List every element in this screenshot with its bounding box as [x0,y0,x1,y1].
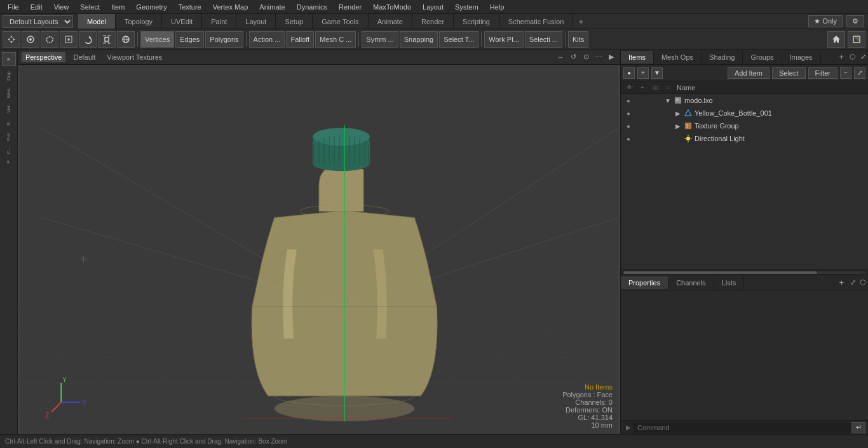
viewport-tab-default[interactable]: Default [69,52,99,62]
viewport-canvas[interactable]: X Y Z No Items Polygons : Face Channels:… [18,65,620,434]
prop-tab-channels[interactable]: Channels [668,276,714,289]
add-item-button[interactable]: Add Item [728,67,770,79]
items-tab-shading[interactable]: Shading [702,51,743,64]
menu-view[interactable]: View [49,2,74,12]
command-input[interactable] [634,423,851,433]
layout-tab-scripting[interactable]: Scripting [454,14,499,29]
menu-dynamics[interactable]: Dynamics [292,2,332,12]
layout-tab-plus[interactable]: + [573,14,588,29]
items-tab-expand[interactable]: ⬡ [848,50,858,65]
layout-tab-setup[interactable]: Setup [276,14,313,29]
menu-geometry[interactable]: Geometry [131,2,172,12]
layout-star-button[interactable]: ★ Only [808,15,843,27]
tree-vis-tex-2[interactable] [634,121,644,131]
layout-tab-layout[interactable]: Layout [236,14,276,29]
menu-animate[interactable]: Animate [254,2,290,12]
tree-vis-tex-4[interactable] [654,121,664,131]
items-expand-col[interactable]: ⤢ [854,67,865,79]
items-minus-icon[interactable]: − [840,67,851,79]
prop-panel-expand[interactable]: ⤢ [848,275,858,290]
prop-tab-properties[interactable]: Properties [621,276,668,289]
tree-vis-light-2[interactable] [634,133,644,144]
tool-workplane[interactable]: Work Pl... [484,31,523,48]
tree-item-texture[interactable]: ● ▶ T Texture Group [621,119,868,132]
select-button[interactable]: Select [772,67,806,79]
tool-falloff[interactable]: Falloff [286,31,314,48]
tool-mesh[interactable]: Mesh C ... [315,31,356,48]
viewport-icon-arrows[interactable]: ↔ [555,52,566,62]
tree-vis-bottle-2[interactable] [634,108,644,118]
items-panel-resize[interactable]: ⤢ [858,50,868,65]
layout-tab-model[interactable]: Model [78,14,116,29]
tool-edges[interactable]: Edges [175,31,204,48]
tree-vis-tex-1[interactable]: ● [623,121,634,131]
command-execute-button[interactable]: ↵ [851,422,865,433]
menu-layout[interactable]: Layout [417,2,449,12]
layout-tab-uvedit[interactable]: UVEdit [162,14,202,29]
tree-vis-light-4[interactable] [654,133,664,144]
viewport-tab-textures[interactable]: Viewport Textures [103,52,166,62]
menu-maxtomodo[interactable]: MaxToModo [368,2,416,12]
sidebar-toggle[interactable]: ≡ [2,52,16,66]
layout-tab-paint[interactable]: Paint [202,14,236,29]
tree-vis-light-1[interactable]: ● [623,133,634,144]
prop-tab-lists[interactable]: Lists [714,276,745,289]
viewport-tab-perspective[interactable]: Perspective [22,52,65,62]
tool-vertices[interactable]: Vertices [140,31,174,48]
items-add-icon[interactable]: + [637,67,649,79]
layout-tab-gametools[interactable]: Game Tools [313,14,369,29]
items-filter-icon[interactable]: ▼ [651,67,663,79]
tool-lasso[interactable] [41,31,58,48]
tool-scale[interactable] [98,31,116,48]
viewport-icon-center[interactable]: ⊙ [581,52,591,62]
tree-vis-bottle-4[interactable] [654,108,664,118]
tool-select-circle[interactable] [22,31,39,48]
layout-tab-topology[interactable]: Topology [116,14,162,29]
tool-rotate[interactable] [79,31,97,48]
menu-texture[interactable]: Texture [173,2,207,12]
menu-select[interactable]: Select [75,2,105,12]
menu-vertexmap[interactable]: Vertex Map [208,2,254,12]
tool-action[interactable]: Action ... [249,31,285,48]
menu-render[interactable]: Render [334,2,367,12]
tool-symmetry[interactable]: Symm ... [362,31,398,48]
tool-snapping[interactable]: Snapping [400,31,438,48]
items-tab-add[interactable]: + [835,51,848,63]
tree-vis-3[interactable] [644,95,654,105]
items-scrollbar[interactable] [623,271,865,274]
tool-view-home[interactable] [827,31,845,48]
items-eye-icon[interactable]: ● [623,67,635,79]
items-tab-items[interactable]: Items [621,51,654,64]
prop-tab-add[interactable]: + [835,276,848,288]
layout-selector[interactable]: Default Layouts [3,15,73,28]
prop-panel-resize[interactable]: ⬡ [858,275,868,290]
menu-file[interactable]: File [3,2,24,12]
items-tab-images[interactable]: Images [782,51,821,64]
items-tab-meshops[interactable]: Mesh Ops [654,51,702,64]
tree-vis-light-3[interactable] [644,133,654,144]
tool-kits[interactable]: Kits [568,31,588,48]
tree-item-modo-lxo[interactable]: ● ▼ modo.lxo [621,94,868,107]
tree-expand-modo[interactable]: ▼ [664,97,672,104]
tool-transform[interactable] [60,31,78,48]
tool-view-fit[interactable] [848,31,865,48]
tool-polygons[interactable]: Polygons [205,31,243,48]
viewport-icon-play[interactable]: ▶ [606,52,616,62]
filter-button[interactable]: Filter [808,67,837,79]
tree-expand-light[interactable] [674,135,682,142]
items-tab-groups[interactable]: Groups [743,51,782,64]
items-scrollbar-thumb[interactable] [623,271,817,274]
tree-vis-bottle-1[interactable]: ● [623,108,634,118]
tool-select-t[interactable]: Select T... [439,31,478,48]
layout-tab-schematic[interactable]: Schematic Fusion [499,14,573,29]
tree-vis-tex-3[interactable] [644,121,654,131]
tree-vis-bottle-3[interactable] [644,108,654,118]
viewport-icon-more[interactable]: ⋯ [593,52,604,62]
layout-tab-render[interactable]: Render [412,14,454,29]
menu-edit[interactable]: Edit [25,2,48,12]
viewport-icon-rotate[interactable]: ↺ [568,52,578,62]
tree-expand-texture[interactable]: ▶ [674,122,682,130]
tree-item-bottle[interactable]: ● ▶ Yellow_Coke_Bottle_001 [621,107,868,119]
tool-selection[interactable]: Selecti ... [525,31,562,48]
tree-vis-2[interactable] [634,95,644,105]
